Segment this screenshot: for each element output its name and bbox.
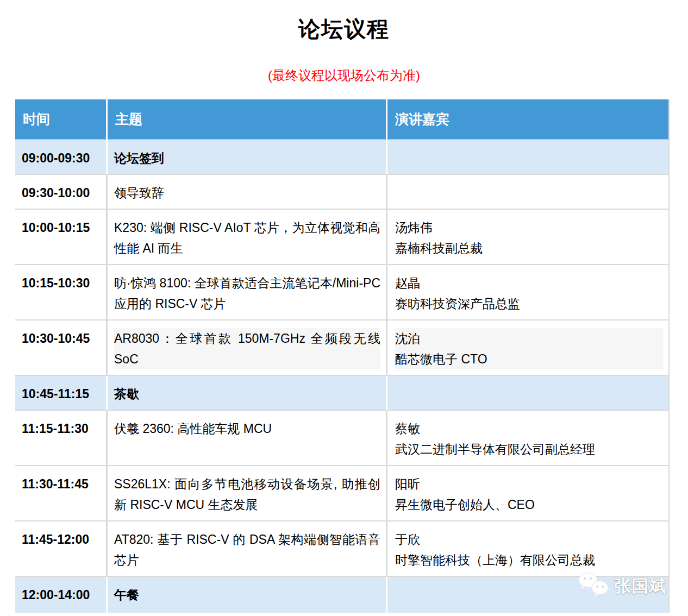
topic-cell: 茶歇 xyxy=(108,376,387,411)
time-cell: 10:30-10:45 xyxy=(15,320,108,376)
topic-cell: 领导致辞 xyxy=(108,175,387,210)
table-row-ss26l1x: 11:30-11:45 SS26L1X: 面向多节电池移动设备场景, 助推创新 … xyxy=(15,466,670,521)
topic-cell: 伏羲 2360: 高性能车规 MCU xyxy=(108,411,387,466)
table-row-lunch: 12:00-14:00 午餐 xyxy=(15,577,670,613)
time-cell: 10:00-10:15 xyxy=(15,210,108,265)
speaker-cell: 蔡敏 武汉二进制半导体有限公司副总经理 xyxy=(387,411,670,466)
speaker-name: 阳昕 xyxy=(395,474,663,494)
speaker-title: 武汉二进制半导体有限公司副总经理 xyxy=(395,439,663,460)
topic-cell: AT820: 基于 RISC-V 的 DSA 架构端侧智能语音芯片 xyxy=(108,521,387,577)
topic-cell: 论坛签到 xyxy=(108,140,387,175)
time-cell: 11:45-12:00 xyxy=(15,521,108,577)
speaker-title: 昇生微电子创始人、CEO xyxy=(395,494,663,515)
page-subtitle: (最终议程以现场公布为准) xyxy=(0,67,688,84)
speaker-name: 于欣 xyxy=(395,529,663,550)
topic-cell: 昉·惊鸿 8100: 全球首款适合主流笔记本/Mini-PC 应用的 RISC-… xyxy=(108,265,387,320)
time-cell: 09:00-09:30 xyxy=(15,140,108,175)
speaker-cell: 赵晶 赛昉科技资深产品总监 xyxy=(387,265,670,320)
topic-cell: SS26L1X: 面向多节电池移动设备场景, 助推创新 RISC-V MCU 生… xyxy=(108,466,387,521)
table-row-fuxi2360: 11:15-11:30 伏羲 2360: 高性能车规 MCU 蔡敏 武汉二进制半… xyxy=(15,411,670,466)
table-row-ar8030: 10:30-10:45 AR8030：全球首款 150M-7GHz 全频段无线 … xyxy=(15,320,670,376)
topic-cell: K230: 端侧 RISC-V AIoT 芯片，为立体视觉和高性能 AI 而生 xyxy=(108,210,387,265)
table-row-signin: 09:00-09:30 论坛签到 xyxy=(15,140,670,175)
speaker-cell: 汤炜伟 嘉楠科技副总裁 xyxy=(387,210,670,265)
page-title: 论坛议程 xyxy=(0,14,688,44)
speaker-title: 时擎智能科技（上海）有限公司总裁 xyxy=(395,550,663,570)
time-cell: 11:30-11:45 xyxy=(15,466,108,521)
speaker-title: 赛昉科技资深产品总监 xyxy=(395,293,663,314)
header-topic: 主题 xyxy=(108,99,387,140)
topic-cell: 午餐 xyxy=(108,577,387,613)
table-row-at820: 11:45-12:00 AT820: 基于 RISC-V 的 DSA 架构端侧智… xyxy=(15,521,670,577)
time-cell: 11:15-11:30 xyxy=(15,411,108,466)
header-row: 时间 主题 演讲嘉宾 xyxy=(15,99,670,140)
table-row-opening: 09:30-10:00 领导致辞 xyxy=(15,175,670,210)
table-row-jinghong8100: 10:15-10:30 昉·惊鸿 8100: 全球首款适合主流笔记本/Mini-… xyxy=(15,265,670,320)
speaker-name: 蔡敏 xyxy=(395,418,663,439)
speaker-cell xyxy=(387,175,670,210)
header-speaker: 演讲嘉宾 xyxy=(387,99,670,140)
header-time: 时间 xyxy=(15,99,108,140)
table-row-teabreak: 10:45-11:15 茶歇 xyxy=(15,376,670,411)
time-cell: 10:45-11:15 xyxy=(15,376,108,411)
time-cell: 09:30-10:00 xyxy=(15,175,108,210)
speaker-cell xyxy=(387,577,670,613)
speaker-name: 赵晶 xyxy=(395,273,663,293)
speaker-cell: 于欣 时擎智能科技（上海）有限公司总裁 xyxy=(387,521,670,577)
agenda-header: 时间 主题 演讲嘉宾 xyxy=(15,99,670,140)
speaker-cell xyxy=(387,140,670,175)
time-cell: 12:00-14:00 xyxy=(15,577,108,613)
speaker-cell: 沈泊 酷芯微电子 CTO xyxy=(387,320,670,376)
table-row-k230: 10:00-10:15 K230: 端侧 RISC-V AIoT 芯片，为立体视… xyxy=(15,210,670,265)
time-cell: 10:15-10:30 xyxy=(15,265,108,320)
highlighted-topic-text: AR8030：全球首款 150M-7GHz 全频段无线 SoC xyxy=(114,328,380,369)
topic-cell: AR8030：全球首款 150M-7GHz 全频段无线 SoC xyxy=(108,320,387,376)
speaker-title: 嘉楠科技副总裁 xyxy=(395,238,663,259)
agenda-body: 09:00-09:30 论坛签到 09:30-10:00 领导致辞 10:00-… xyxy=(15,140,670,613)
speaker-name: 汤炜伟 xyxy=(395,217,663,238)
speaker-cell xyxy=(387,376,670,411)
speaker-cell: 阳昕 昇生微电子创始人、CEO xyxy=(387,466,670,521)
agenda-table: 时间 主题 演讲嘉宾 09:00-09:30 论坛签到 09:30-10:00 … xyxy=(15,99,670,613)
speaker-name: 沈泊 xyxy=(395,328,663,349)
speaker-title: 酷芯微电子 CTO xyxy=(395,349,663,369)
